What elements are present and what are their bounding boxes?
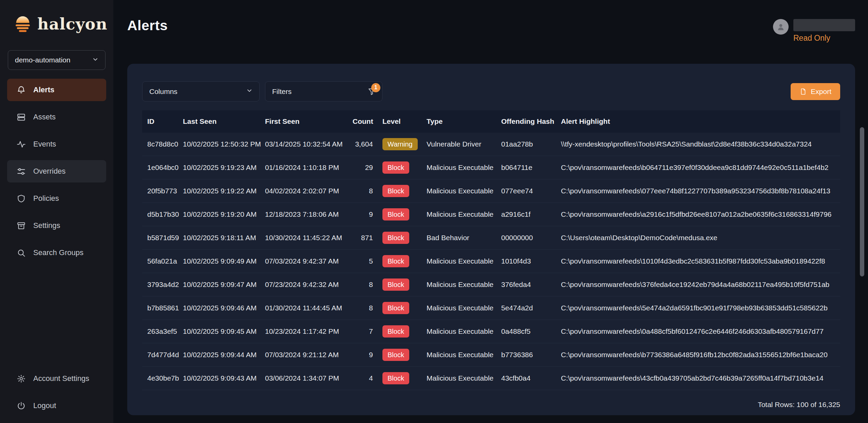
cell-level: Block: [382, 161, 427, 174]
table-row[interactable]: 7d477d4d 10/02/2025 9:09:44 AM 07/03/202…: [142, 343, 840, 367]
cell-type: Malicious Executable: [427, 304, 501, 312]
cell-alert-highlight: C:\pov\ransomwarefeeds\1010f4d3edbc2c583…: [557, 257, 840, 265]
table-row[interactable]: 3793a4d2 10/02/2025 9:09:47 AM 07/23/202…: [142, 273, 840, 296]
sidebar-item-label: Assets: [33, 113, 56, 121]
cell-alert-highlight: \\tfy-xendesktop\profiles\Tools\RSA25\Sa…: [557, 140, 840, 148]
cell-first-seen: 01/16/2024 1:10:18 PM: [265, 164, 353, 172]
sidebar-item-label: Overrides: [33, 167, 65, 176]
sidebar-item-search-groups[interactable]: Search Groups: [7, 242, 106, 264]
column-header-id[interactable]: ID: [142, 117, 183, 126]
sidebar-item-assets[interactable]: Assets: [7, 106, 106, 128]
page-title: Alerts: [127, 18, 168, 34]
columns-dropdown[interactable]: Columns: [142, 81, 260, 101]
column-header-last-seen[interactable]: Last Seen: [183, 117, 265, 126]
cell-id: 56fa021a: [142, 257, 183, 265]
sidebar-item-logout[interactable]: Logout: [7, 395, 106, 417]
cell-alert-highlight: C:\pov\ransomwarefeeds\43cfb0a439705ab2b…: [557, 374, 840, 382]
bell-icon: [17, 85, 26, 95]
cell-type: Malicious Executable: [427, 187, 501, 195]
sidebar-item-account-settings[interactable]: Account Settings: [7, 367, 106, 390]
cell-count: 29: [353, 164, 382, 172]
power-icon: [17, 401, 26, 410]
cell-offending-hash: 01aa278b: [501, 140, 557, 148]
cell-count: 3,604: [353, 140, 382, 148]
table-row[interactable]: 8c78d8c0 10/02/2025 12:50:32 PM 03/14/20…: [142, 133, 840, 156]
archive-icon: [17, 221, 26, 230]
sidebar-item-label: Policies: [33, 194, 59, 203]
column-header-offending-hash[interactable]: Offending Hash: [501, 117, 557, 126]
table-row[interactable]: 56fa021a 10/02/2025 9:09:49 AM 07/03/202…: [142, 250, 840, 273]
cell-first-seen: 03/06/2024 1:34:07 PM: [265, 374, 353, 382]
column-header-count[interactable]: Count: [353, 117, 382, 126]
sidebar-item-label: Logout: [33, 401, 56, 410]
table-row[interactable]: b5871d59 10/02/2025 9:18:11 AM 10/30/202…: [142, 226, 840, 250]
level-badge: Block: [382, 278, 409, 291]
cell-count: 9: [353, 351, 382, 359]
cell-offending-hash: 077eee74: [501, 187, 557, 195]
sidebar-item-events[interactable]: Events: [7, 133, 106, 155]
sidebar-item-label: Search Groups: [33, 248, 83, 257]
cell-first-seen: 10/30/2024 11:45:22 AM: [265, 234, 353, 242]
cell-alert-highlight: C:\pov\ransomwarefeeds\5e474a2da6591fbc9…: [557, 304, 840, 312]
cell-offending-hash: 0a488cf5: [501, 327, 557, 335]
app-root: halcyon demo-automation Alerts Assets: [0, 0, 868, 423]
funnel-icon: 1: [368, 88, 376, 96]
cell-offending-hash: 00000000: [501, 234, 557, 242]
sidebar-item-settings[interactable]: Settings: [7, 214, 106, 237]
level-badge: Warning: [382, 138, 418, 150]
server-icon: [17, 113, 26, 122]
table-row[interactable]: 263a3ef5 10/02/2025 9:09:45 AM 10/23/202…: [142, 320, 840, 343]
cell-last-seen: 10/02/2025 9:09:46 AM: [183, 304, 265, 312]
table-row[interactable]: 4e30be7b 10/02/2025 9:09:43 AM 03/06/202…: [142, 367, 840, 390]
cell-level: Block: [382, 185, 427, 197]
column-header-alert-highlight[interactable]: Alert Highlight: [557, 117, 840, 126]
cell-type: Malicious Executable: [427, 281, 501, 289]
sliders-icon: [17, 167, 26, 176]
cell-first-seen: 01/30/2024 11:44:45 AM: [265, 304, 353, 312]
column-header-first-seen[interactable]: First Seen: [265, 117, 353, 126]
cell-last-seen: 10/02/2025 9:09:49 AM: [183, 257, 265, 265]
cell-offending-hash: 376feda4: [501, 281, 557, 289]
column-header-level[interactable]: Level: [382, 117, 427, 126]
cell-count: 5: [353, 257, 382, 265]
sidebar-item-label: Events: [33, 140, 56, 149]
sidebar-item-overrides[interactable]: Overrides: [7, 160, 106, 182]
level-badge: Block: [382, 372, 409, 384]
cell-id: 1e064bc0: [142, 164, 183, 172]
table-row[interactable]: d5b17b30 10/02/2025 9:19:20 AM 12/18/202…: [142, 203, 840, 226]
cell-alert-highlight: C:\pov\ransomwarefeeds\077eee74b8f122770…: [557, 187, 840, 195]
cell-last-seen: 10/02/2025 9:19:20 AM: [183, 210, 265, 218]
cell-type: Vulnerable Driver: [427, 140, 501, 148]
cell-id: b5871d59: [142, 234, 183, 242]
cell-first-seen: 12/18/2023 7:18:06 AM: [265, 210, 353, 218]
sidebar: halcyon demo-automation Alerts Assets: [0, 0, 113, 423]
scrollbar-thumb[interactable]: [860, 127, 864, 276]
filters-dropdown[interactable]: Filters 1: [265, 81, 382, 101]
cell-last-seen: 10/02/2025 9:09:47 AM: [183, 281, 265, 289]
avatar[interactable]: [773, 19, 789, 35]
cell-type: Malicious Executable: [427, 210, 501, 218]
cell-offending-hash: 1010f4d3: [501, 257, 557, 265]
level-badge: Block: [382, 208, 409, 220]
shield-icon: [17, 194, 26, 203]
cell-level: Block: [382, 325, 427, 338]
cell-count: 8: [353, 187, 382, 195]
table-row[interactable]: 20f5b773 10/02/2025 9:19:22 AM 04/02/202…: [142, 179, 840, 203]
export-button[interactable]: Export: [791, 83, 840, 100]
cell-offending-hash: b064711e: [501, 164, 557, 172]
gear-icon: [17, 374, 26, 383]
cell-count: 7: [353, 327, 382, 335]
sidebar-item-label: Account Settings: [33, 374, 89, 383]
sidebar-item-policies[interactable]: Policies: [7, 187, 106, 210]
cell-type: Malicious Executable: [427, 351, 501, 359]
level-badge: Block: [382, 185, 409, 197]
export-file-icon: [799, 88, 807, 95]
sidebar-item-alerts[interactable]: Alerts: [7, 79, 106, 101]
topbar: Alerts Read Only: [113, 0, 868, 64]
org-selector[interactable]: demo-automation: [8, 50, 106, 70]
table-row[interactable]: b7b85861 10/02/2025 9:09:46 AM 01/30/202…: [142, 296, 840, 320]
table-row[interactable]: 1e064bc0 10/02/2025 9:19:23 AM 01/16/202…: [142, 156, 840, 179]
halcyon-logo-icon: [13, 14, 33, 34]
column-header-type[interactable]: Type: [427, 117, 501, 126]
cell-offending-hash: a2916c1f: [501, 210, 557, 218]
